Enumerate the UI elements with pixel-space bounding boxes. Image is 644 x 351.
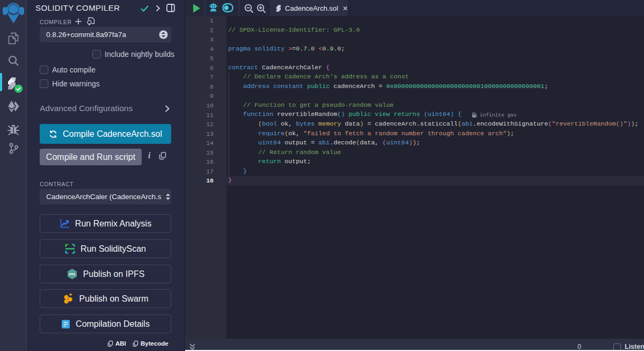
svg-text:IPFS: IPFS <box>69 273 75 276</box>
